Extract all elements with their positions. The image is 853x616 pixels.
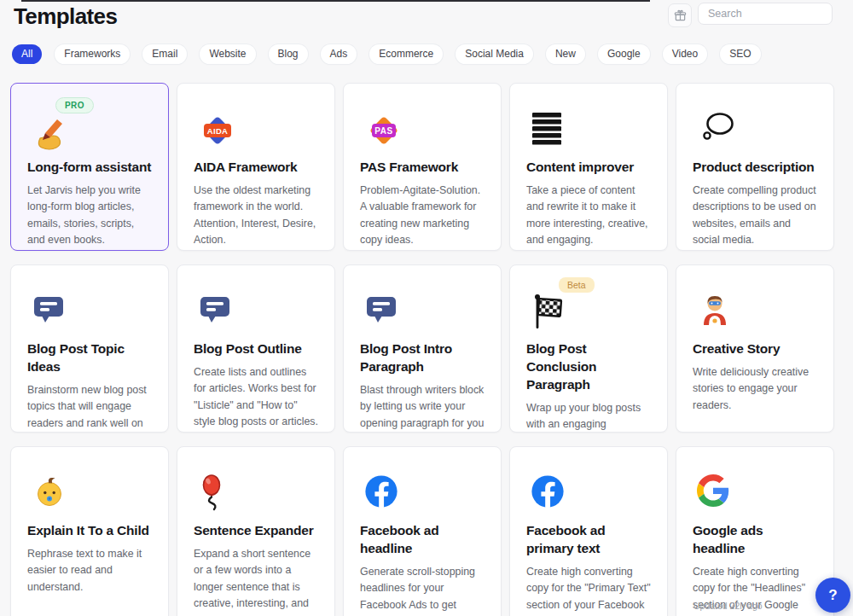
card-description: Use the oldest marketing framework in th… (194, 183, 318, 249)
card-description: Create compelling product descriptions t… (693, 183, 817, 249)
writing-hand-icon (32, 118, 69, 150)
filter-pill-google[interactable]: Google (598, 44, 650, 64)
template-card-blog-post-topic-ideas[interactable]: Blog Post Topic Ideas Brainstorm new blo… (10, 264, 169, 433)
filter-pill-ads[interactable]: Ads (321, 44, 357, 64)
filter-pill-all[interactable]: All (12, 44, 42, 64)
template-card-facebook-ad-headline[interactable]: Facebook ad headline Generate scroll-sto… (343, 446, 502, 616)
card-description: Blast through writers block by letting u… (360, 382, 485, 432)
template-card-content-improver[interactable]: Content improver Take a piece of content… (509, 83, 668, 251)
content-bars-icon (531, 111, 563, 147)
template-card-aida-framework[interactable]: AIDA AIDA Framework Use the oldest marke… (177, 83, 335, 251)
template-card-blog-post-outline[interactable]: Blog Post Outline Create lists and outli… (177, 264, 335, 433)
template-grid: PRO Long-form assistant Let Jarvis help … (10, 83, 834, 616)
template-card-long-form-assistant[interactable]: PRO Long-form assistant Let Jarvis help … (10, 83, 169, 251)
filter-pill-video[interactable]: Video (663, 44, 707, 64)
template-card-pas-framework[interactable]: PAS PAS Framework Problem-Agitate-Soluti… (343, 83, 502, 251)
speech-bubble-icon (198, 293, 232, 325)
balloon-icon (198, 474, 229, 512)
card-title: Content improver (526, 159, 651, 177)
question-mark-icon: ? (828, 587, 837, 604)
speech-bubble-icon (364, 293, 398, 325)
baby-icon (32, 474, 67, 510)
updated-timestamp: Updated 22h ago (693, 601, 763, 611)
card-description: Create lists and outlines for articles. … (194, 364, 318, 431)
card-title: Long-form assistant (27, 159, 152, 177)
filter-bar: All Frameworks Email Website Blog Ads Ec… (12, 44, 839, 64)
card-description: Let Jarvis help you write long-form blog… (27, 183, 152, 249)
filter-pill-frameworks[interactable]: Frameworks (55, 44, 130, 64)
template-card-creative-story[interactable]: Creative Story Write deliciously creativ… (676, 264, 834, 433)
card-title: Sentence Expander (194, 522, 318, 540)
speech-bubble-icon (32, 293, 66, 325)
facebook-icon (364, 474, 398, 508)
google-icon (697, 474, 729, 507)
card-title: Blog Post Conclusion Paragraph (526, 340, 651, 394)
card-title: Blog Post Intro Paragraph (360, 340, 485, 376)
card-description: Write deliciously creative stories to en… (693, 364, 817, 414)
card-description: Rephrase text to make it easier to read … (27, 546, 152, 596)
chequered-flag-icon (531, 293, 566, 330)
card-description: Generate scroll-stopping headlines for y… (360, 564, 485, 616)
template-card-sentence-expander[interactable]: Sentence Expander Expand a short sentenc… (177, 446, 335, 616)
pas-icon: PAS (364, 111, 403, 150)
help-button[interactable]: ? (815, 578, 850, 613)
gift-icon (674, 9, 687, 22)
card-title: Facebook ad headline (360, 522, 485, 558)
card-title: Blog Post Outline (194, 340, 318, 358)
card-title: Blog Post Topic Ideas (27, 340, 152, 376)
card-description: Wrap up your blog posts with an engaging… (526, 400, 651, 433)
card-title: AIDA Framework (194, 159, 318, 177)
card-title: Creative Story (693, 340, 817, 358)
card-title: Explain It To a Child (27, 522, 152, 540)
thought-balloon-icon (697, 111, 736, 145)
pro-badge: PRO (55, 97, 94, 113)
filter-pill-email[interactable]: Email (142, 44, 187, 64)
svg-text:AIDA: AIDA (207, 126, 228, 136)
card-description: Create high converting copy for the "Pri… (526, 564, 651, 616)
filter-pill-blog[interactable]: Blog (269, 44, 308, 64)
filter-pill-seo[interactable]: SEO (720, 44, 760, 64)
template-card-blog-post-conclusion-paragraph[interactable]: Beta (509, 264, 668, 433)
template-card-product-description[interactable]: Product description Create compelling pr… (676, 83, 834, 251)
card-description: Expand a short sentence or a few words i… (194, 546, 318, 616)
filter-pill-ecommerce[interactable]: Ecommerce (369, 44, 443, 64)
card-title: Facebook ad primary text (526, 522, 651, 558)
svg-text:PAS: PAS (374, 126, 392, 136)
card-title: PAS Framework (360, 159, 485, 177)
filter-pill-website[interactable]: Website (200, 44, 255, 64)
card-description: Brainstorm new blog post topics that wil… (27, 382, 152, 433)
superhero-icon (697, 293, 733, 327)
card-title: Product description (693, 159, 817, 177)
template-card-google-ads-headline[interactable]: Google ads headline Create high converti… (676, 446, 834, 616)
page-header: Templates (0, 0, 853, 34)
beta-badge: Beta (559, 277, 595, 293)
filter-pill-social-media[interactable]: Social Media (456, 44, 533, 64)
gift-button[interactable] (668, 3, 692, 27)
card-title: Google ads headline (693, 522, 817, 558)
search-input[interactable] (698, 3, 833, 25)
aida-icon: AIDA (198, 111, 237, 150)
card-description: Problem-Agitate-Solution. A valuable fra… (360, 183, 485, 249)
facebook-icon (531, 474, 565, 508)
template-card-blog-post-intro-paragraph[interactable]: Blog Post Intro Paragraph Blast through … (343, 264, 502, 433)
filter-pill-new[interactable]: New (546, 44, 585, 64)
template-card-facebook-ad-primary-text[interactable]: Facebook ad primary text Create high con… (509, 446, 668, 616)
template-card-explain-it-to-a-child[interactable]: Explain It To a Child Rephrase text to m… (10, 446, 169, 616)
card-description: Take a piece of content and rewrite it t… (526, 183, 651, 249)
